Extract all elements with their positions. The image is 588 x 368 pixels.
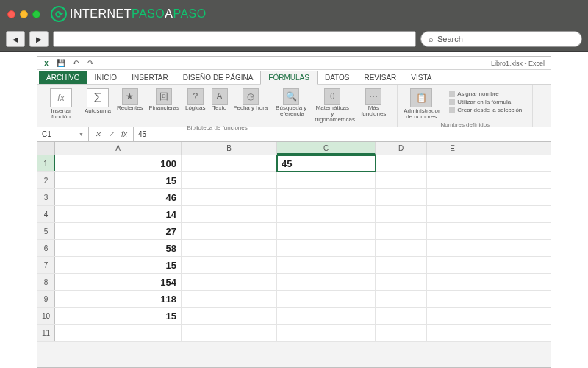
more-functions-button[interactable]: ⋯ Más funciones	[354, 87, 392, 118]
row-header[interactable]: 7	[37, 257, 55, 273]
cell-A6[interactable]: 58	[55, 240, 182, 256]
cell-C3[interactable]	[277, 189, 376, 205]
cell-B10[interactable]	[182, 308, 277, 324]
cell-A9[interactable]: 118	[55, 291, 182, 307]
minimize-window-icon[interactable]	[20, 10, 28, 18]
cell-D10[interactable]	[376, 308, 427, 324]
redo-icon[interactable]: ↷	[86, 59, 95, 68]
fx-button[interactable]: fx	[118, 130, 130, 138]
cell-C7[interactable]	[277, 257, 376, 273]
cell-D2[interactable]	[376, 172, 427, 188]
col-header-c[interactable]: C	[277, 142, 376, 155]
cell-A8[interactable]: 154	[55, 274, 182, 290]
col-header-b[interactable]: B	[182, 142, 277, 155]
col-header-e[interactable]: E	[427, 142, 478, 155]
cell-B9[interactable]	[182, 291, 277, 307]
cell-E3[interactable]	[427, 189, 478, 205]
row-header[interactable]: 1	[37, 155, 55, 171]
row-header[interactable]: 5	[37, 223, 55, 239]
recent-button[interactable]: ★ Recientes	[115, 87, 145, 113]
cell-A1[interactable]: 100	[55, 155, 182, 171]
tab-inicio[interactable]: INICIO	[87, 71, 125, 84]
cell-E7[interactable]	[427, 257, 478, 273]
cell-E2[interactable]	[427, 172, 478, 188]
tab-formulas[interactable]: FÓRMULAS	[260, 71, 318, 85]
date-button[interactable]: ◷ Fecha y hora	[232, 87, 270, 113]
cell-D7[interactable]	[376, 257, 427, 273]
autosum-button[interactable]: Σ Autosuma	[83, 87, 112, 116]
cell-B5[interactable]	[182, 223, 277, 239]
search-input[interactable]: ⌕ Search	[420, 31, 582, 47]
row-header[interactable]: 4	[37, 206, 55, 222]
tab-vista[interactable]: VISTA	[404, 71, 439, 84]
undo-icon[interactable]: ↶	[71, 59, 80, 68]
cell-C4[interactable]	[277, 206, 376, 222]
cell-E5[interactable]	[427, 223, 478, 239]
forward-button[interactable]: ►	[29, 31, 49, 47]
cell-D3[interactable]	[376, 189, 427, 205]
cell-B2[interactable]	[182, 172, 277, 188]
cell-C10[interactable]	[277, 308, 376, 324]
row-header[interactable]: 2	[37, 172, 55, 188]
insert-function-button[interactable]: fx Insertar función	[42, 87, 80, 121]
cell-B3[interactable]	[182, 189, 277, 205]
tab-archivo[interactable]: ARCHIVO	[39, 71, 87, 84]
lookup-button[interactable]: 🔍 Búsqueda y referencia	[272, 87, 310, 118]
maximize-window-icon[interactable]	[32, 10, 40, 18]
cell-B1[interactable]	[182, 155, 277, 171]
cell-A2[interactable]: 15	[55, 172, 182, 188]
cell-C1[interactable]: 45	[277, 155, 376, 171]
cell-D8[interactable]	[376, 274, 427, 290]
name-manager-button[interactable]: 📋 Administrador de nombres	[402, 87, 440, 121]
accept-formula-button[interactable]: ✓	[105, 130, 117, 138]
logical-button[interactable]: ? Lógicas	[184, 87, 207, 113]
cell-E10[interactable]	[427, 308, 478, 324]
cell-E1[interactable]	[427, 155, 478, 171]
cell-C9[interactable]	[277, 291, 376, 307]
tab-revisar[interactable]: REVISAR	[356, 71, 404, 84]
cell-D11[interactable]	[376, 325, 427, 341]
tab-diseno[interactable]: DISEÑO DE PÁGINA	[176, 71, 261, 84]
url-input[interactable]	[53, 31, 416, 47]
cell-B7[interactable]	[182, 257, 277, 273]
row-header[interactable]: 10	[37, 308, 55, 324]
cell-D6[interactable]	[376, 240, 427, 256]
row-header[interactable]: 6	[37, 240, 55, 256]
close-window-icon[interactable]	[7, 10, 15, 18]
save-icon[interactable]: 💾	[57, 59, 65, 68]
tab-datos[interactable]: DATOS	[318, 71, 357, 84]
tab-insertar[interactable]: INSERTAR	[124, 71, 176, 84]
math-button[interactable]: θ Matemáticas y trigonométricas	[313, 87, 351, 124]
cancel-formula-button[interactable]: ✕	[92, 130, 104, 138]
cell-C6[interactable]	[277, 240, 376, 256]
financial-button[interactable]: 回 Financieras	[148, 87, 181, 113]
cell-E4[interactable]	[427, 206, 478, 222]
row-header[interactable]: 9	[37, 291, 55, 307]
cell-E6[interactable]	[427, 240, 478, 256]
cell-C5[interactable]	[277, 223, 376, 239]
cell-D9[interactable]	[376, 291, 427, 307]
cell-D5[interactable]	[376, 223, 427, 239]
define-name-button[interactable]: Asignar nombre	[449, 90, 522, 98]
cell-A5[interactable]: 27	[55, 223, 182, 239]
cell-B8[interactable]	[182, 274, 277, 290]
cell-C2[interactable]	[277, 172, 376, 188]
create-from-selection-button[interactable]: Crear desde la selección	[449, 106, 522, 114]
row-header[interactable]: 11	[37, 325, 55, 341]
cell-B4[interactable]	[182, 206, 277, 222]
use-in-formula-button[interactable]: Utilizar en la fórmula	[449, 98, 522, 106]
cell-E11[interactable]	[427, 325, 478, 341]
col-header-d[interactable]: D	[376, 142, 427, 155]
spreadsheet-grid[interactable]: A B C D E 110045215346414527658715815491…	[37, 142, 551, 342]
formula-input[interactable]: 45	[134, 130, 551, 138]
cell-C11[interactable]	[277, 325, 376, 341]
cell-B6[interactable]	[182, 240, 277, 256]
row-header[interactable]: 8	[37, 274, 55, 290]
select-all-corner[interactable]	[37, 142, 55, 155]
cell-C8[interactable]	[277, 274, 376, 290]
cell-D4[interactable]	[376, 206, 427, 222]
back-button[interactable]: ◄	[6, 31, 25, 47]
cell-E9[interactable]	[427, 291, 478, 307]
cell-D1[interactable]	[376, 155, 427, 171]
cell-A3[interactable]: 46	[55, 189, 182, 205]
